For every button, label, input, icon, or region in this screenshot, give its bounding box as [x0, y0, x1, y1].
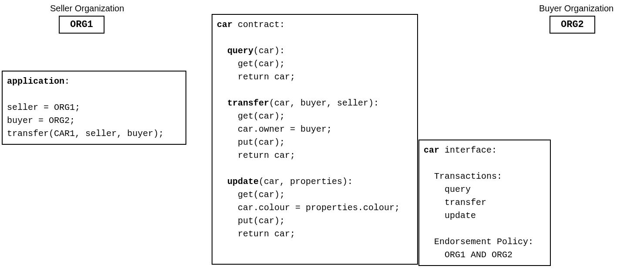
contract-update-b4: return car; — [238, 229, 295, 239]
contract-update-b3: put(car); — [238, 216, 285, 226]
interface-code-box: car interface: Transactions: query trans… — [418, 140, 551, 266]
contract-transfer-b4: return car; — [238, 150, 295, 160]
contract-title-rest: contract: — [233, 20, 285, 30]
buyer-org-box: ORG2 — [550, 16, 595, 34]
contract-transfer-sig: (car, buyer, seller): — [269, 98, 379, 108]
contract-transfer-b1: get(car); — [238, 111, 285, 121]
contract-transfer-b3: put(car); — [238, 137, 285, 147]
buyer-org-label: Buyer Organization — [539, 3, 614, 14]
application-code-box: application: seller = ORG1; buyer = ORG2… — [2, 71, 186, 145]
contract-update-name: update — [227, 177, 259, 187]
contract-transfer-b2: car.owner = buyer; — [238, 124, 332, 134]
interface-tx3: update — [445, 211, 476, 221]
interface-title-rest: interface: — [439, 145, 497, 155]
interface-tx-header: Transactions: — [434, 171, 502, 181]
contract-query-sig: (car): — [253, 46, 285, 56]
seller-org-label: Seller Organization — [50, 3, 124, 14]
application-line1: seller = ORG1; — [7, 102, 80, 112]
contract-query-b1: get(car); — [238, 59, 285, 69]
application-line2: buyer = ORG2; — [7, 116, 75, 126]
contract-query-name: query — [227, 46, 253, 56]
contract-update-sig: (car, properties): — [259, 177, 353, 187]
seller-org-box: ORG1 — [59, 16, 105, 34]
contract-query-b2: return car; — [238, 72, 295, 82]
contract-transfer-name: transfer — [227, 98, 269, 108]
contract-update-b2: car.colour = properties.colour; — [238, 203, 400, 213]
interface-title-bold: car — [424, 145, 439, 155]
interface-ep-header: Endorsement Policy: — [434, 237, 533, 247]
contract-title-bold: car — [217, 20, 233, 30]
interface-ep-body: ORG1 AND ORG2 — [445, 250, 513, 260]
application-title: application — [7, 76, 64, 86]
interface-tx1: query — [445, 184, 471, 194]
contract-update-b1: get(car); — [238, 190, 285, 200]
application-line3: transfer(CAR1, seller, buyer); — [7, 129, 164, 139]
contract-code-box: car contract: query(car): get(car); retu… — [212, 14, 418, 265]
interface-tx2: transfer — [445, 198, 486, 208]
